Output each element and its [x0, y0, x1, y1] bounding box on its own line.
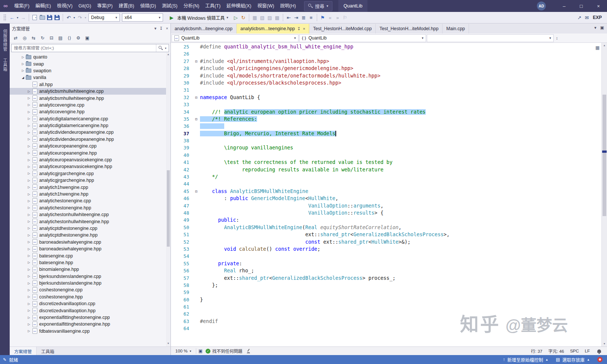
breakpoint-margin[interactable]: [171, 325, 177, 332]
editor-options-icon[interactable]: ▦: [595, 45, 600, 50]
activity-strip-tab[interactable]: 伺服器總管: [2, 26, 8, 55]
sync-with-active-document-icon[interactable]: ⇆: [30, 34, 37, 42]
expander-icon[interactable]: ▷: [26, 179, 32, 182]
tree-item[interactable]: ▷analyticeuropeanvasicekengine.cpp: [10, 156, 170, 163]
redo-icon[interactable]: ↷: [76, 13, 84, 22]
menu-item[interactable]: Git(G): [75, 0, 94, 12]
live-share-icon[interactable]: ↗: [576, 13, 583, 22]
space-indicator[interactable]: SPC: [570, 349, 579, 353]
tree-item[interactable]: ▷analyticeuropeanvasicekengine.hpp: [10, 163, 170, 170]
undo-chevron-icon[interactable]: ▾: [72, 13, 76, 22]
code-line[interactable]: 39 \ingroup vanillaengines: [171, 144, 601, 151]
feedback-icon[interactable]: ✉: [583, 13, 591, 22]
code-line[interactable]: 64: [171, 325, 601, 332]
tab-overflow-chevron-icon[interactable]: ▾: [594, 25, 597, 30]
breakpoint-margin[interactable]: [171, 94, 177, 101]
code-line[interactable]: 47 VanillaOption::arguments,: [171, 202, 601, 209]
menu-item[interactable]: 編輯(E): [32, 0, 54, 12]
redo-chevron-icon[interactable]: ▾: [84, 13, 87, 22]
menu-item[interactable]: 檢視(V): [54, 0, 76, 12]
select-repository-button[interactable]: ▤ 選取存放庫 ▲: [556, 357, 590, 363]
tree-item[interactable]: ▷batesengine.hpp: [10, 259, 170, 266]
hot-reload-icon[interactable]: ↻: [240, 13, 247, 22]
new-file-icon[interactable]: [31, 13, 38, 22]
navigate-back-chevron-icon[interactable]: ▾: [16, 13, 19, 22]
breakpoint-margin[interactable]: [171, 253, 177, 260]
tree-item[interactable]: ▷baroneadesiwhaleyengine.hpp: [10, 246, 170, 252]
breakpoint-margin[interactable]: [171, 137, 177, 144]
expander-icon[interactable]: ▷: [26, 234, 32, 237]
breakpoint-margin[interactable]: [171, 159, 177, 166]
menu-item[interactable]: 分析(N): [181, 0, 202, 12]
expander-icon[interactable]: ▷: [26, 199, 32, 203]
code-line[interactable]: 49 public:: [171, 216, 601, 224]
code-line[interactable]: 62: [171, 310, 601, 317]
expander-icon[interactable]: ▷: [26, 90, 32, 93]
breakpoint-margin[interactable]: [171, 173, 177, 180]
tree-item[interactable]: ▷baroneadesiwhaleyengine.cpp: [10, 239, 170, 246]
collapse-all-icon[interactable]: ⊟: [48, 34, 55, 42]
scroll-up-icon[interactable]: ▲: [602, 43, 607, 48]
scroll-down-icon[interactable]: ▼: [166, 342, 170, 346]
tree-item[interactable]: ▷analyticgjrgarchengine.cpp: [10, 170, 170, 177]
breakpoint-margin[interactable]: [171, 123, 177, 130]
breakpoint-margin[interactable]: [171, 50, 177, 57]
fold-collapse-icon[interactable]: ⊟: [193, 94, 200, 101]
tree-scrollbar-thumb[interactable]: [167, 170, 170, 247]
code-line[interactable]: 57 ext::shared_ptr<GeneralizedBlackSchol…: [171, 275, 601, 282]
tree-item[interactable]: ▷exponentialfittinghestonengine.hpp: [10, 321, 170, 327]
undo-icon[interactable]: ↶: [65, 13, 72, 22]
editor-scrollbar-thumb[interactable]: [603, 95, 606, 216]
tree-item[interactable]: ◢vanilla: [10, 74, 170, 81]
expander-icon[interactable]: ▷: [26, 261, 32, 264]
close-button[interactable]: ×: [590, 0, 607, 12]
tree-item[interactable]: ▷analyticptdhestonengine.hpp: [10, 232, 170, 238]
tree-item[interactable]: ▷analytichestonhullwhiteengine.hpp: [10, 218, 170, 225]
expander-icon[interactable]: ▷: [26, 220, 32, 223]
tree-item[interactable]: ▷batesengine.cpp: [10, 252, 170, 259]
breakpoint-margin[interactable]: [171, 275, 177, 282]
expander-icon[interactable]: ▷: [26, 247, 32, 251]
column-indicator[interactable]: 字元: 46: [548, 348, 564, 354]
breakpoint-margin[interactable]: [171, 267, 177, 274]
expander-icon[interactable]: ▷: [26, 151, 32, 155]
save-icon[interactable]: [46, 13, 53, 22]
tree-item[interactable]: all.hpp: [10, 81, 170, 88]
comment-selection-icon[interactable]: ≣: [300, 13, 307, 22]
tree-item[interactable]: ▷analytichestonhullwhiteengine.cpp: [10, 211, 170, 218]
code-line[interactable]: 25#define quantlib_analytic_bsm_hull_whi…: [171, 43, 601, 50]
solution-explorer-header[interactable]: 方案總管 ▾ ↧ ×: [10, 23, 170, 33]
type-dropdown[interactable]: { } QuantLib ▾: [299, 34, 426, 42]
breakpoint-margin[interactable]: [171, 130, 177, 137]
decrease-indent-icon[interactable]: ⇤: [285, 13, 292, 22]
code-line[interactable]: 29#include <ql/models/shortrate/onefacto…: [171, 72, 601, 79]
code-line[interactable]: 56 Real rho_;: [171, 267, 601, 274]
maximize-button[interactable]: □: [573, 0, 590, 12]
tree-item[interactable]: ▷exponentialfittinghestonengine.cpp: [10, 314, 170, 321]
code-line[interactable]: 63#endif: [171, 318, 601, 325]
expander-icon[interactable]: ▷: [20, 69, 26, 72]
fold-collapse-icon[interactable]: ⊟: [193, 58, 200, 65]
breakpoint-margin[interactable]: [171, 188, 177, 195]
tree-item[interactable]: ▷analyticeuropeanengine.cpp: [10, 143, 170, 149]
menu-item[interactable]: 延伸模組(X): [223, 0, 254, 12]
expander-icon[interactable]: ▷: [26, 206, 32, 209]
tree-item[interactable]: ▷analyticbsmhullwhiteengine.cpp: [10, 88, 170, 95]
line-indicator[interactable]: 行: 37: [531, 348, 542, 354]
breakpoint-margin[interactable]: [171, 303, 177, 310]
scroll-up-icon[interactable]: ▲: [166, 53, 170, 57]
uncomment-selection-icon[interactable]: ≡: [307, 13, 315, 22]
menu-item[interactable]: 視窗(W): [254, 0, 277, 12]
editor-tab[interactable]: analyticbsm...teengine.hpp↧×: [237, 24, 309, 34]
expander-icon[interactable]: ▷: [26, 186, 32, 189]
document-state-icon[interactable]: ▣: [198, 348, 203, 354]
window-position-chevron-icon[interactable]: ▾: [154, 26, 157, 31]
expander-icon[interactable]: ▷: [26, 323, 32, 326]
add-to-source-control-button[interactable]: ↑ 新增至原始檔控制 ▲: [503, 357, 548, 363]
expander-icon[interactable]: ▷: [26, 137, 32, 141]
code-line[interactable]: 35⊟ /*! References:: [171, 115, 601, 123]
minimize-button[interactable]: –: [556, 0, 573, 12]
navigate-back-icon[interactable]: ←: [8, 13, 16, 22]
code-line[interactable]: 28#include <ql/pricingengines/genericmod…: [171, 65, 601, 72]
breakpoint-margin[interactable]: [171, 231, 177, 238]
